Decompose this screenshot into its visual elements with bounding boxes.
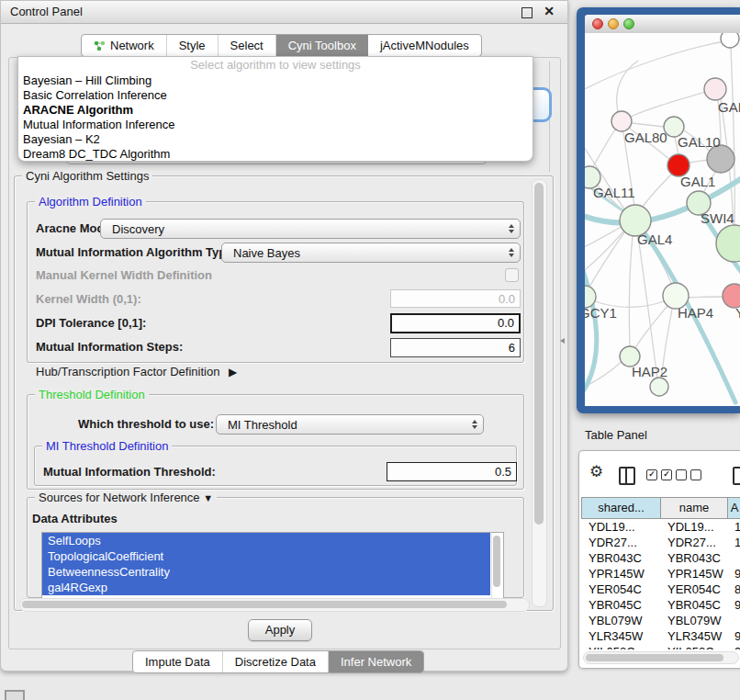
checked-box-icon: ✓ [661,469,672,480]
table-row[interactable]: YBR043CYBR043C [581,550,740,566]
network-canvas[interactable]: GALGAL80GAL10GAL1GAL11SWI4GAL4GCY1HAP4YH… [585,33,740,406]
attributes-scrollbar[interactable] [491,534,502,601]
which-threshold-combo[interactable]: MI Threshold [216,414,484,435]
node-label: GAL10 [678,134,721,150]
tab-style[interactable]: Style [167,35,219,56]
select-all-checks-icon[interactable]: ✓ ✓ [646,469,672,480]
settings-hscrollbar-thumb[interactable] [22,601,507,608]
network-node[interactable] [721,33,739,48]
close-icon[interactable]: ✕ [544,4,555,18]
tab-infer-network[interactable]: Infer Network [329,651,423,672]
table-cell: YPR145W [660,566,727,581]
table-row[interactable]: YIL052CYIL052C9. [581,644,740,649]
table-row[interactable]: YPR145WYPR145W9. [581,566,740,581]
minimize-traffic-light-icon[interactable] [608,18,619,29]
combo-arrows-icon [509,224,514,234]
node-label: Y [735,305,740,321]
attribute-item-selected[interactable]: SelfLoops [42,533,490,548]
table-cell: YIL052C [581,644,660,649]
panel-title: Control Panel [10,5,83,18]
tab-label: Select [230,39,263,52]
aracne-mode-combo[interactable]: Discovery [100,219,521,239]
column-layout-icon[interactable] [619,467,635,485]
algorithm-option[interactable]: Bayesian – K2 [18,132,533,147]
mi-threshold-field[interactable]: 0.5 [387,462,517,481]
table-cell: YBL079W [581,613,660,628]
table-hscrollbar[interactable] [583,651,739,664]
screen: Control Panel ✕ Network Style Select Cyn… [0,0,740,700]
network-window-titlebar[interactable] [585,15,740,34]
algorithm-option[interactable]: Bayesian – Hill Climbing [18,73,533,88]
data-attributes-list[interactable]: SelfLoopsTopologicalCoefficientBetweenne… [41,532,504,604]
algorithm-option[interactable]: Basic Correlation Inference [18,88,533,103]
manual-kernel-checkbox[interactable] [505,268,519,282]
partial-toolbar-icon[interactable] [733,467,740,485]
network-node[interactable] [650,378,668,396]
table-row[interactable]: YER054CYER054C8. [581,581,740,597]
combo-value: MI Threshold [228,418,472,432]
table-row[interactable]: YBR045CYBR045C9. [581,597,740,613]
table-cell: 9. [727,628,740,644]
settings-scrollbar[interactable] [532,179,547,607]
network-edge [617,61,638,112]
algorithm-option[interactable]: ARACNE Algorithm [18,103,533,118]
table-hscrollbar-thumb[interactable] [586,654,723,661]
apply-button[interactable]: Apply [248,619,312,641]
tab-label: Infer Network [341,655,411,669]
network-edge [629,236,633,347]
zoom-traffic-light-icon[interactable] [623,18,634,29]
control-panel-window: Control Panel ✕ Network Style Select Cyn… [0,0,568,672]
attribute-item-selected[interactable]: BetweennessCentrality [42,564,490,580]
tab-select[interactable]: Select [219,35,276,56]
network-edge [688,297,723,298]
column-header[interactable]: A [727,497,740,519]
column-header[interactable]: shared... [581,497,660,519]
tab-discretize-data[interactable]: Discretize Data [223,651,329,672]
table-cell: YBR045C [581,597,660,613]
network-view-window[interactable]: GALGAL80GAL10GAL1GAL11SWI4GAL4GCY1HAP4YH… [577,7,740,413]
network-node[interactable] [611,111,632,131]
tab-jactivemnodules[interactable]: jActiveMNodules [368,35,481,56]
tab-cyni-toolbox[interactable]: Cyni Toolbox [276,35,368,56]
attributes-scrollbar-thumb[interactable] [493,536,500,587]
network-node[interactable] [704,78,726,100]
attribute-item-selected[interactable]: TopologicalCoefficient [42,548,490,564]
tab-impute-data[interactable]: Impute Data [133,651,223,672]
deselect-all-checks-icon[interactable] [676,469,701,480]
table-row[interactable]: YDL19...YDL19...13 [581,519,740,535]
gear-icon[interactable]: ⚙ [589,464,603,480]
splitter-collapse-icon[interactable] [560,338,565,344]
table-cell: YBL079W [660,613,727,628]
table-cell: 9. [727,597,740,613]
table-row[interactable]: YDR27...YDR27...12 [581,535,740,550]
hub-definition-toggle[interactable]: Hub/Transcription Factor Definition ▶ [36,365,237,378]
network-icon [94,40,106,51]
tab-label: Network [110,39,154,52]
network-edge [589,230,626,288]
combo-value: Discovery [112,222,509,236]
settings-hscrollbar[interactable] [19,598,530,612]
dpi-tolerance-field[interactable]: 0.0 [390,313,521,333]
sources-title[interactable]: Sources for Network Inference ▼ [35,491,217,504]
attribute-item-selected[interactable]: gal4RGexp [42,580,490,595]
table-row[interactable]: YLR345WYLR345W9. [581,628,740,644]
table-cell: YER054C [660,581,727,597]
mi-type-combo[interactable]: Naive Bayes [221,243,521,263]
table-row[interactable]: YBL079WYBL079W [581,613,740,628]
which-threshold-label: Which threshold to use: [78,417,214,431]
algorithm-option[interactable]: Mutual Information Inference [18,118,533,132]
column-header[interactable]: name [660,497,727,519]
algorithm-option[interactable]: Dream8 DC_TDC Algorithm [18,147,533,162]
close-traffic-light-icon[interactable] [592,18,603,29]
table-body: YDL19...YDL19...13YDR27...YDR27...12YBR0… [581,519,740,649]
table-cell: 13 [727,519,740,535]
tab-network[interactable]: Network [82,35,167,56]
docked-panel-icon[interactable] [5,690,25,700]
kernel-width-field[interactable]: 0.0 [390,289,521,308]
float-window-icon[interactable] [521,7,533,18]
settings-scrollbar-thumb[interactable] [534,183,544,525]
tab-label: Discretize Data [235,655,316,669]
mi-steps-field[interactable]: 6 [390,338,521,357]
node-label: GAL1 [680,174,715,189]
network-node[interactable] [716,225,740,262]
